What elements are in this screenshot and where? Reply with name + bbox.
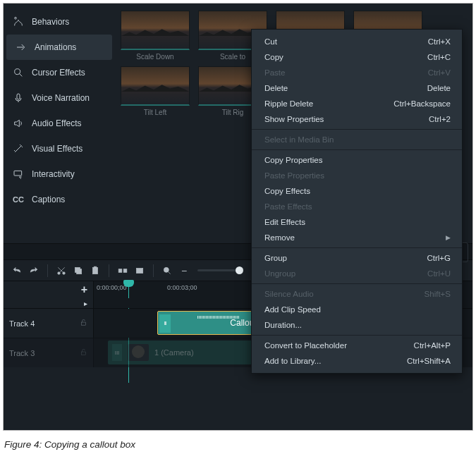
menu-item-ungroup: UngroupCtrl+U bbox=[252, 266, 462, 281]
marker-icon[interactable] bbox=[133, 264, 146, 277]
menu-item-duration[interactable]: Duration... bbox=[252, 317, 462, 333]
track-header[interactable]: Track 3 bbox=[4, 338, 94, 367]
cc-icon: CC bbox=[12, 193, 25, 206]
chevron-right-icon: ▸ bbox=[84, 300, 87, 307]
lock-icon[interactable] bbox=[80, 319, 87, 328]
menu-item-silence-audio: Silence AudioShift+S bbox=[252, 286, 462, 302]
zoom-out-icon[interactable]: − bbox=[178, 264, 190, 277]
sidebar-label: Cursor Effects bbox=[32, 68, 85, 78]
plus-icon: + bbox=[81, 283, 87, 296]
redo-icon[interactable] bbox=[28, 264, 40, 277]
menu-item-add-to-library[interactable]: Add to Library...Ctrl+Shift+A bbox=[252, 353, 462, 369]
effects-sidebar: Behaviors Animations Cursor Effects Voic… bbox=[4, 4, 115, 243]
menu-item-group[interactable]: GroupCtrl+G bbox=[252, 250, 462, 266]
menu-item-ripple-delete[interactable]: Ripple DeleteCtrl+Backspace bbox=[252, 96, 462, 111]
sidebar-item-behaviors[interactable]: Behaviors bbox=[4, 9, 115, 35]
svg-rect-2 bbox=[17, 94, 20, 99]
svg-point-0 bbox=[15, 17, 17, 19]
menu-item-copy-properties[interactable]: Copy Properties bbox=[252, 152, 462, 168]
sidebar-item-animations[interactable]: Animations bbox=[6, 35, 112, 60]
chevron-right-icon: ▶ bbox=[446, 234, 451, 241]
animation-thumb[interactable]: Scale Down bbox=[121, 11, 190, 61]
playhead-handle[interactable] bbox=[123, 280, 134, 287]
clip-handle-left[interactable]: III bbox=[112, 344, 122, 361]
svg-rect-14 bbox=[82, 322, 86, 325]
sidebar-item-captions[interactable]: CC Captions bbox=[4, 187, 115, 212]
svg-rect-11 bbox=[123, 269, 127, 272]
svg-rect-7 bbox=[75, 267, 80, 272]
sidebar-label: Behaviors bbox=[32, 17, 69, 27]
wand-icon bbox=[12, 142, 25, 155]
animations-icon bbox=[15, 41, 28, 54]
menu-item-copy-effects[interactable]: Copy Effects bbox=[252, 183, 462, 199]
menu-item-remove[interactable]: Remove▶ bbox=[252, 230, 462, 245]
sidebar-label: Captions bbox=[32, 195, 65, 204]
context-menu: CutCtrl+XCopyCtrl+CPasteCtrl+VDeleteDele… bbox=[251, 29, 463, 374]
svg-rect-12 bbox=[136, 268, 142, 273]
sidebar-item-cursor-effects[interactable]: Cursor Effects bbox=[4, 60, 115, 85]
behaviors-icon bbox=[12, 16, 25, 28]
sidebar-label: Animations bbox=[35, 42, 76, 52]
menu-item-copy[interactable]: CopyCtrl+C bbox=[252, 49, 462, 65]
mic-icon bbox=[12, 92, 25, 104]
sidebar-item-visual-effects[interactable]: Visual Effects bbox=[4, 136, 115, 161]
figure-caption: Figure 4: Copying a callout box bbox=[0, 434, 476, 454]
menu-item-add-clip-speed[interactable]: Add Clip Speed bbox=[252, 302, 462, 317]
undo-icon[interactable] bbox=[11, 264, 23, 277]
lock-icon[interactable] bbox=[80, 348, 87, 357]
sidebar-label: Interactivity bbox=[32, 169, 75, 179]
menu-item-edit-effects[interactable]: Edit Effects bbox=[252, 214, 462, 230]
zoom-slider[interactable] bbox=[197, 269, 240, 271]
zoom-icon bbox=[161, 264, 173, 277]
menu-item-delete[interactable]: DeleteDelete bbox=[252, 80, 462, 96]
menu-item-paste: PasteCtrl+V bbox=[252, 65, 462, 80]
svg-rect-9 bbox=[94, 266, 97, 268]
clip-handle-left[interactable] bbox=[159, 314, 171, 333]
track-expand-toggle[interactable]: ▸ bbox=[4, 298, 94, 308]
add-track-button[interactable]: + bbox=[4, 281, 94, 298]
cursor-effects-icon bbox=[12, 66, 25, 79]
menu-item-paste-effects: Paste Effects bbox=[252, 199, 462, 214]
animation-thumb[interactable]: Tilt Left bbox=[121, 66, 190, 116]
menu-item-paste-properties: Paste Properties bbox=[252, 168, 462, 183]
svg-rect-10 bbox=[118, 269, 122, 272]
sidebar-item-voice-narration[interactable]: Voice Narration bbox=[4, 85, 115, 111]
svg-rect-3 bbox=[14, 171, 22, 176]
speaker-icon bbox=[12, 117, 25, 130]
cut-icon[interactable] bbox=[55, 264, 68, 277]
sidebar-item-interactivity[interactable]: Interactivity bbox=[4, 161, 115, 187]
paste-icon[interactable] bbox=[89, 264, 102, 277]
menu-item-show-properties[interactable]: Show PropertiesCtrl+2 bbox=[252, 111, 462, 127]
menu-item-select-in-media-bin: Select in Media Bin bbox=[252, 132, 462, 147]
clip-waveform-icon bbox=[197, 316, 240, 319]
svg-rect-15 bbox=[82, 352, 86, 355]
copy-icon[interactable] bbox=[72, 264, 85, 277]
sidebar-item-audio-effects[interactable]: Audio Effects bbox=[4, 111, 115, 136]
sidebar-label: Voice Narration bbox=[32, 93, 90, 103]
track-header[interactable]: Track 4 bbox=[4, 309, 94, 338]
svg-point-13 bbox=[164, 267, 169, 272]
interactivity-icon bbox=[12, 168, 25, 180]
sidebar-label: Visual Effects bbox=[32, 144, 83, 154]
sidebar-label: Audio Effects bbox=[32, 118, 82, 128]
menu-item-convert-to-placeholder[interactable]: Convert to PlaceholderCtrl+Alt+P bbox=[252, 338, 462, 353]
clip-thumbnail bbox=[128, 344, 149, 361]
menu-item-cut[interactable]: CutCtrl+X bbox=[252, 34, 462, 49]
split-icon[interactable] bbox=[116, 264, 129, 277]
